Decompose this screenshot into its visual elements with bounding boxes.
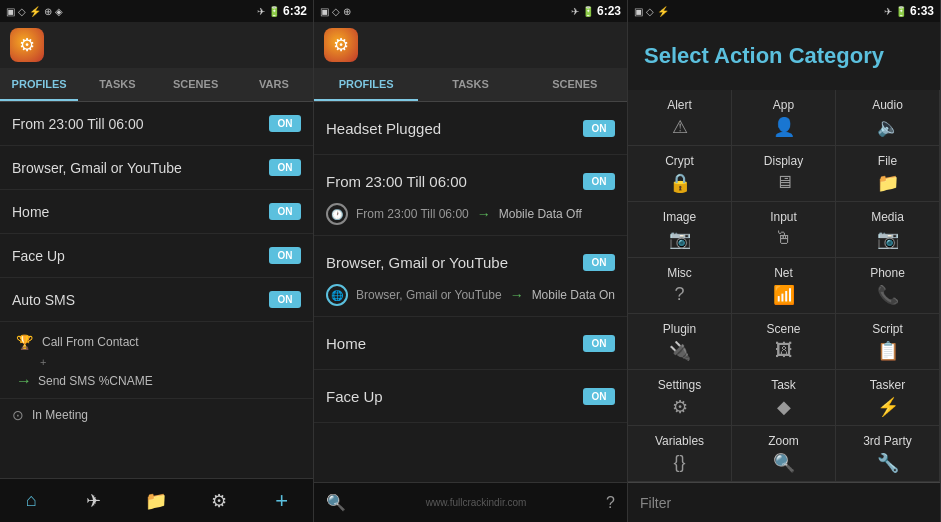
profile-from2300-name: From 23:00 Till 06:00 [326, 173, 467, 190]
tab-profiles-1[interactable]: PROFILES [0, 68, 78, 101]
category-image[interactable]: Image 📷 [628, 202, 732, 258]
category-task-label: Task [771, 378, 796, 392]
category-net[interactable]: Net 📶 [732, 258, 836, 314]
toggle-browser[interactable]: ON [269, 159, 301, 176]
in-meeting-text: In Meeting [32, 408, 88, 422]
category-plugin[interactable]: Plugin 🔌 [628, 314, 732, 370]
category-script[interactable]: Script 📋 [836, 314, 940, 370]
toggle-home[interactable]: ON [269, 203, 301, 220]
profile-item-home[interactable]: Home ON [314, 317, 627, 370]
variables-icon: {} [673, 452, 685, 473]
send-sms-row: → Send SMS %CNAME [16, 372, 301, 390]
toggle-browser-p2[interactable]: ON [583, 254, 615, 271]
net-icon: 📶 [773, 284, 795, 306]
list-item[interactable]: From 23:00 Till 06:00 ON [0, 102, 313, 146]
category-media[interactable]: Media 📷 [836, 202, 940, 258]
task-action-2: Mobile Data On [532, 288, 615, 302]
status-time-3: 6:33 [910, 4, 934, 18]
category-input[interactable]: Input 🖱 [732, 202, 836, 258]
app-logo-1: ⚙ [10, 28, 44, 62]
profile-header-faceup: Face Up ON [326, 378, 615, 414]
profile-item-faceup[interactable]: Face Up ON [314, 370, 627, 423]
call-from-item[interactable]: 🏆 Call From Contact + → Send SMS %CNAME [0, 322, 313, 399]
tab-scenes-1[interactable]: SCENES [157, 68, 235, 101]
tabs-bar-1: PROFILES TASKS SCENES VARS [0, 68, 313, 102]
audio-icon: 🔈 [877, 116, 899, 138]
profile-name-home: Home [12, 204, 269, 220]
profile-faceup-name: Face Up [326, 388, 383, 405]
category-alert[interactable]: Alert ⚠ [628, 90, 732, 146]
toggle-faceup-p2[interactable]: ON [583, 388, 615, 405]
category-crypt[interactable]: Crypt 🔒 [628, 146, 732, 202]
profile-header-browser: Browser, Gmail or YouTube ON [326, 244, 615, 280]
list-item[interactable]: Face Up ON [0, 234, 313, 278]
panel-profiles-2: ▣ ◇ ⊕ ✈ 🔋 6:23 ⚙ PROFILES TASKS SCENES H… [314, 0, 628, 522]
nav-folder-1[interactable]: 📁 [125, 490, 188, 512]
task-from-text-2: Browser, Gmail or YouTube [356, 288, 502, 302]
category-variables[interactable]: Variables {} [628, 426, 732, 482]
profile-item-headset[interactable]: Headset Plugged ON [314, 102, 627, 155]
tab-scenes-2[interactable]: SCENES [523, 68, 627, 101]
category-task[interactable]: Task ◆ [732, 370, 836, 426]
profile-item-from2300[interactable]: From 23:00 Till 06:00 ON 🕐 From 23:00 Ti… [314, 155, 627, 236]
category-audio[interactable]: Audio 🔈 [836, 90, 940, 146]
category-tasker-label: Tasker [870, 378, 905, 392]
category-tasker[interactable]: Tasker ⚡ [836, 370, 940, 426]
wifi-icon-2: ◇ [332, 6, 340, 17]
app-header-2: ⚙ [314, 22, 627, 68]
list-item[interactable]: Browser, Gmail or YouTube ON [0, 146, 313, 190]
category-3rdparty[interactable]: 3rd Party 🔧 [836, 426, 940, 482]
battery-icon-2: 🔋 [582, 6, 594, 17]
profile-name-browser: Browser, Gmail or YouTube [12, 160, 269, 176]
status-right-2: ✈ 🔋 6:23 [571, 4, 621, 18]
nav-airplane-1[interactable]: ✈ [63, 490, 126, 512]
tab-profiles-2[interactable]: PROFILES [314, 68, 418, 101]
plugin-icon: 🔌 [669, 340, 691, 362]
select-action-title: Select Action Category [644, 43, 884, 69]
category-settings[interactable]: Settings ⚙ [628, 370, 732, 426]
tab-tasks-2[interactable]: TASKS [418, 68, 522, 101]
nav-home-1[interactable]: ⌂ [0, 490, 63, 511]
category-misc[interactable]: Misc ? [628, 258, 732, 314]
toggle-autosms[interactable]: ON [269, 291, 301, 308]
category-display[interactable]: Display 🖥 [732, 146, 836, 202]
category-plugin-label: Plugin [663, 322, 696, 336]
help-icon-p2[interactable]: ? [606, 494, 615, 512]
toggle-from2300-p2[interactable]: ON [583, 173, 615, 190]
list-item[interactable]: Home ON [0, 190, 313, 234]
toggle-faceup[interactable]: ON [269, 247, 301, 264]
toggle-from2300[interactable]: ON [269, 115, 301, 132]
profile-header-headset: Headset Plugged ON [326, 110, 615, 146]
crypt-icon: 🔒 [669, 172, 691, 194]
battery-icon-3: 🔋 [895, 6, 907, 17]
task-from-text-1: From 23:00 Till 06:00 [356, 207, 469, 221]
phone-icon: 📞 [877, 284, 899, 306]
search-icon-p2[interactable]: 🔍 [326, 493, 346, 512]
nav-settings-1[interactable]: ⚙ [188, 490, 251, 512]
tab-tasks-1[interactable]: TASKS [78, 68, 156, 101]
status-time-1: 6:32 [283, 4, 307, 18]
filter-input[interactable] [640, 495, 928, 511]
in-meeting-item[interactable]: ⊙ In Meeting [0, 399, 313, 431]
call-from-row: 🏆 Call From Contact [12, 330, 301, 354]
alert-icon: ⚠ [672, 116, 688, 138]
status-bar-1: ▣ ◇ ⚡ ⊕ ◈ ✈ 🔋 6:32 [0, 0, 313, 22]
profile-name-from2300: From 23:00 Till 06:00 [12, 116, 269, 132]
toggle-headset[interactable]: ON [583, 120, 615, 137]
category-app[interactable]: App 👤 [732, 90, 836, 146]
scene-icon: 🖼 [775, 340, 793, 361]
category-file[interactable]: File 📁 [836, 146, 940, 202]
toggle-home-p2[interactable]: ON [583, 335, 615, 352]
profile-item-browser[interactable]: Browser, Gmail or YouTube ON 🌐 Browser, … [314, 236, 627, 317]
tab-vars-1[interactable]: VARS [235, 68, 313, 101]
app-header-1: ⚙ [0, 22, 313, 68]
category-misc-label: Misc [667, 266, 692, 280]
category-zoom[interactable]: Zoom 🔍 [732, 426, 836, 482]
list-item[interactable]: Auto SMS ON [0, 278, 313, 322]
send-sms-text: Send SMS %CNAME [38, 374, 153, 388]
category-scene[interactable]: Scene 🖼 [732, 314, 836, 370]
category-variables-label: Variables [655, 434, 704, 448]
category-phone[interactable]: Phone 📞 [836, 258, 940, 314]
nav-add-1[interactable]: + [250, 488, 313, 514]
airplane-icon-2: ✈ [571, 6, 579, 17]
